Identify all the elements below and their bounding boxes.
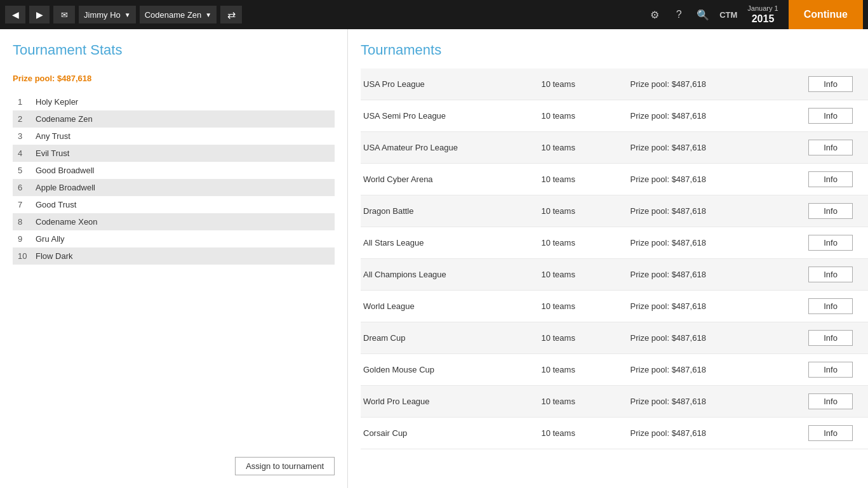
prize-pool-label: Prize pool:	[13, 74, 55, 83]
tournament-stats-title: Tournament Stats	[13, 42, 335, 58]
table-row: All Stars League 10 teams Prize pool: $4…	[361, 227, 868, 259]
swap-button[interactable]: ⇄	[220, 6, 242, 23]
list-item: 6Apple Broadwell	[13, 179, 335, 196]
tournament-teams: 10 teams	[541, 365, 630, 374]
user-dropdown[interactable]: Jimmy Ho ▼	[79, 6, 136, 23]
tournament-name: World Cyber Arena	[361, 175, 541, 184]
standing-rank: 6	[18, 183, 36, 192]
tournament-prize: Prize pool: $487,618	[631, 397, 808, 406]
user-chevron-icon: ▼	[124, 11, 131, 18]
standing-name: Apple Broadwell	[36, 183, 330, 192]
tournament-teams: 10 teams	[541, 111, 630, 121]
table-row: World Pro League 10 teams Prize pool: $4…	[361, 386, 868, 418]
table-row: All Champions League 10 teams Prize pool…	[361, 259, 868, 291]
back-button[interactable]: ◀	[5, 6, 25, 23]
info-button[interactable]: Info	[808, 393, 853, 409]
tournament-name: World Pro League	[361, 397, 541, 406]
list-item: 4Evil Trust	[13, 145, 335, 162]
info-button[interactable]: Info	[808, 425, 853, 441]
user-name-label: Jimmy Ho	[84, 10, 121, 20]
tournament-teams: 10 teams	[541, 143, 630, 152]
info-button[interactable]: Info	[808, 298, 853, 314]
tournament-teams: 10 teams	[541, 175, 630, 184]
standing-rank: 2	[18, 114, 36, 124]
list-item: 3Any Trust	[13, 128, 335, 145]
tournament-prize: Prize pool: $487,618	[631, 301, 808, 311]
right-panel: Tournaments USA Pro League 10 teams Priz…	[348, 29, 868, 488]
standing-name: Any Trust	[36, 131, 330, 141]
ctm-label: CTM	[719, 10, 737, 20]
list-item: 8Codename Xeon	[13, 213, 335, 230]
standing-name: Good Trust	[36, 200, 330, 209]
main-content: Tournament Stats Prize pool: $487,618 1H…	[0, 29, 868, 488]
forward-button[interactable]: ▶	[29, 6, 50, 23]
tournament-prize: Prize pool: $487,618	[631, 238, 808, 247]
standing-name: Evil Trust	[36, 148, 330, 158]
tournament-teams: 10 teams	[541, 301, 630, 311]
table-row: Dream Cup 10 teams Prize pool: $487,618 …	[361, 322, 868, 354]
standing-rank: 9	[18, 234, 36, 244]
table-row: USA Semi Pro League 10 teams Prize pool:…	[361, 100, 868, 132]
tournament-teams: 10 teams	[541, 238, 630, 247]
info-button[interactable]: Info	[808, 330, 853, 346]
standing-name: Flow Dark	[36, 251, 330, 261]
info-button[interactable]: Info	[808, 171, 853, 187]
standing-name: Gru Ally	[36, 234, 330, 244]
table-row: Dragon Battle 10 teams Prize pool: $487,…	[361, 195, 868, 227]
prize-pool-display: Prize pool: $487,618	[13, 74, 335, 83]
tournament-name: USA Semi Pro League	[361, 111, 541, 121]
standings-list: 1Holy Kepler2Codename Zen3Any Trust4Evil…	[13, 93, 335, 444]
search-button[interactable]: 🔍	[693, 6, 713, 23]
info-button[interactable]: Info	[808, 108, 853, 124]
standing-rank: 7	[18, 200, 36, 209]
tournament-name: All Champions League	[361, 270, 541, 279]
info-button[interactable]: Info	[808, 362, 853, 378]
list-item: 2Codename Zen	[13, 110, 335, 128]
tournament-name: World League	[361, 301, 541, 311]
tournament-name: Corsair Cup	[361, 428, 541, 438]
list-item: 1Holy Kepler	[13, 93, 335, 110]
table-row: World League 10 teams Prize pool: $487,6…	[361, 291, 868, 322]
tournament-teams: 10 teams	[541, 333, 630, 343]
standing-rank: 3	[18, 131, 36, 141]
prize-pool-value: $487,618	[57, 74, 91, 83]
team-chevron-icon: ▼	[205, 11, 211, 18]
standing-rank: 1	[18, 97, 36, 107]
tournament-teams: 10 teams	[541, 397, 630, 406]
settings-button[interactable]: ⚙	[644, 6, 665, 23]
standing-rank: 5	[18, 166, 36, 175]
table-row: USA Amateur Pro League 10 teams Prize po…	[361, 132, 868, 164]
standing-name: Codename Zen	[36, 114, 330, 124]
standing-rank: 8	[18, 217, 36, 227]
assign-tournament-button[interactable]: Assign to tournament	[235, 457, 335, 475]
tournament-prize: Prize pool: $487,618	[631, 143, 808, 152]
tournament-teams: 10 teams	[541, 428, 630, 438]
tournament-prize: Prize pool: $487,618	[631, 333, 808, 343]
tournament-prize: Prize pool: $487,618	[631, 79, 808, 89]
info-button[interactable]: Info	[808, 140, 853, 155]
list-item: 7Good Trust	[13, 196, 335, 213]
tournament-prize: Prize pool: $487,618	[631, 206, 808, 216]
continue-button[interactable]: Continue	[789, 0, 863, 29]
standing-rank: 4	[18, 148, 36, 158]
info-button[interactable]: Info	[808, 76, 853, 92]
tournament-prize: Prize pool: $487,618	[631, 365, 808, 374]
top-navigation: ◀ ▶ ✉ Jimmy Ho ▼ Codename Zen ▼ ⇄ ⚙ ? 🔍 …	[0, 0, 868, 29]
tournament-name: USA Amateur Pro League	[361, 143, 541, 152]
left-panel: Tournament Stats Prize pool: $487,618 1H…	[0, 29, 348, 488]
help-button[interactable]: ?	[669, 6, 689, 23]
team-dropdown[interactable]: Codename Zen ▼	[140, 6, 217, 23]
info-button[interactable]: Info	[808, 203, 853, 219]
assign-btn-wrap: Assign to tournament	[13, 457, 335, 475]
info-button[interactable]: Info	[808, 267, 853, 282]
year-label: 2015	[747, 13, 778, 25]
tournament-teams: 10 teams	[541, 270, 630, 279]
mail-button[interactable]: ✉	[53, 6, 75, 23]
tournaments-scroll[interactable]: USA Pro League 10 teams Prize pool: $487…	[361, 69, 868, 488]
standing-name: Codename Xeon	[36, 217, 330, 227]
info-button[interactable]: Info	[808, 235, 853, 251]
tournament-name: Golden Mouse Cup	[361, 365, 541, 374]
list-item: 5Good Broadwell	[13, 162, 335, 179]
tournament-prize: Prize pool: $487,618	[631, 175, 808, 184]
tournament-prize: Prize pool: $487,618	[631, 111, 808, 121]
